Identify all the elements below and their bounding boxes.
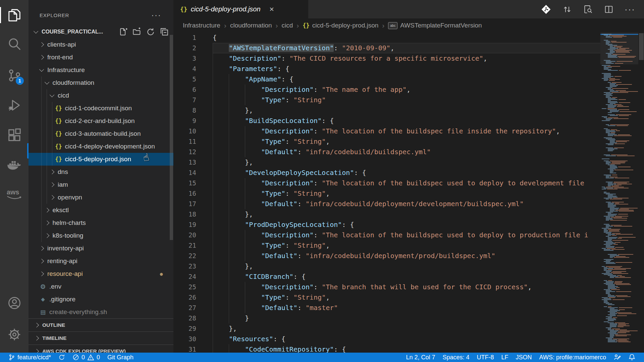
- git-graph-button[interactable]: Git Graph: [104, 353, 137, 362]
- code-line-8[interactable]: 8 },: [173, 105, 600, 116]
- sidebar-more-actions[interactable]: ···: [151, 13, 161, 17]
- code-line-21[interactable]: 21 "Type": "String",: [173, 240, 600, 251]
- settings-gear-icon[interactable]: [0, 324, 29, 345]
- extensions-icon[interactable]: [0, 125, 29, 146]
- panel-outline[interactable]: OUTLINE: [29, 318, 173, 331]
- search-editor-icon[interactable]: [583, 4, 593, 14]
- code-line-14[interactable]: 14 "DevelopDeploySpecLocation": {: [173, 168, 600, 178]
- aws-icon[interactable]: aws: [0, 184, 29, 205]
- feedback-icon[interactable]: [610, 353, 625, 362]
- breadcrumb-item[interactable]: Infrastructure: [183, 22, 220, 29]
- code-line-22[interactable]: 22 "Default": "infra/codebuild/deploymen…: [173, 251, 600, 261]
- workspace-section-header[interactable]: COURSE_PRACTICAL...: [29, 25, 173, 38]
- tree-item-openvpn[interactable]: openvpn: [29, 191, 173, 204]
- tree-item-cicd[interactable]: cicd: [29, 89, 173, 102]
- indent-guide: [213, 313, 213, 323]
- code-line-23[interactable]: 23 },: [173, 261, 600, 272]
- accounts-icon[interactable]: [0, 292, 29, 314]
- sidebar-scrollbar[interactable]: [170, 35, 173, 240]
- more-actions-icon[interactable]: ···: [625, 7, 635, 11]
- tree-item-front-end[interactable]: front-end: [29, 51, 173, 64]
- code-line-20[interactable]: 20 "Description": "The location of the b…: [173, 230, 600, 240]
- code-line-30[interactable]: 30 "Resources": {: [173, 334, 600, 344]
- code-line-19[interactable]: 19 "ProdDeploySpecLocation": {: [173, 220, 600, 230]
- source-control-icon[interactable]: 1: [0, 65, 29, 86]
- code-line-3[interactable]: 3 "Description": "The CICD resources for…: [173, 53, 600, 64]
- tree-item--env[interactable]: ⚙.env: [29, 280, 173, 293]
- code-line-25[interactable]: 25 "Description": "The branch that will …: [173, 282, 600, 292]
- new-folder-icon[interactable]: [132, 27, 141, 36]
- panel-timeline[interactable]: TIMELINE: [29, 331, 173, 345]
- tab-cicd-5-deploy-prod[interactable]: {} cicd-5-deploy-prod.json ✕: [173, 0, 308, 18]
- tree-item-dns[interactable]: dns: [29, 166, 173, 178]
- eol-sequence[interactable]: LF: [498, 353, 512, 362]
- code-line-6[interactable]: 6 "Description": "The name of the app",: [173, 84, 600, 95]
- code-line-31[interactable]: 31 "CodeCommitRepository": {: [173, 344, 600, 353]
- code-line-17[interactable]: 17 "Default": "infra/codebuild/deploymen…: [173, 199, 600, 209]
- git-graph-icon[interactable]: [541, 4, 551, 15]
- code-line-28[interactable]: 28 }: [173, 313, 600, 323]
- docker-icon[interactable]: [0, 154, 29, 176]
- tree-item-eksctl[interactable]: eksctl: [29, 204, 173, 217]
- code-line-12[interactable]: 12 "Default": "infra/codebuild/buildspec…: [173, 147, 600, 157]
- code-line-15[interactable]: 15 "Description": "The location of the b…: [173, 178, 600, 188]
- code-line-16[interactable]: 16 "Type": "String",: [173, 188, 600, 199]
- tree-item-infrastructure[interactable]: Infrastructure: [29, 64, 173, 76]
- tree-item-inventory-api[interactable]: inventory-api: [29, 242, 173, 255]
- tree-item-cicd-4-deploy-development-json[interactable]: {}cicd-4-deploy-development.json: [29, 140, 173, 153]
- breadcrumb-item[interactable]: cicd: [282, 22, 293, 29]
- compare-changes-icon[interactable]: [562, 4, 572, 14]
- language-mode[interactable]: JSON: [512, 353, 536, 362]
- code-editor[interactable]: 1{2 "AWSTemplateFormatVersion": "2010-09…: [173, 33, 644, 353]
- explorer-icon[interactable]: [0, 4, 29, 26]
- panel-aws-cdk-explorer-preview-[interactable]: AWS CDK EXPLORER (PREVIEW): [29, 345, 173, 353]
- tree-item-cloudformation[interactable]: cloudformation: [29, 76, 173, 89]
- refresh-icon[interactable]: [146, 27, 155, 36]
- tree-item-cicd-2-ecr-and-build-json[interactable]: {}cicd-2-ecr-and-build.json: [29, 115, 173, 127]
- collapse-all-icon[interactable]: [160, 27, 169, 36]
- code-line-26[interactable]: 26 "Type": "String",: [173, 292, 600, 303]
- code-line-27[interactable]: 27 "Default": "master": [173, 303, 600, 313]
- code-line-10[interactable]: 10 "Description": "The location of the b…: [173, 126, 600, 136]
- breadcrumb-item[interactable]: {}cicd-5-deploy-prod.json: [303, 22, 378, 29]
- code-line-5[interactable]: 5 "AppName": {: [173, 74, 600, 84]
- aws-profile[interactable]: AWS: profile:mariomerco: [536, 353, 610, 362]
- tree-item-k8s-tooling[interactable]: k8s-tooling: [29, 229, 173, 242]
- search-icon[interactable]: [0, 33, 29, 55]
- git-branch-status[interactable]: feature/cicd*: [5, 353, 55, 362]
- code-line-13[interactable]: 13 },: [173, 157, 600, 168]
- notifications-bell-icon[interactable]: [625, 353, 639, 362]
- code-line-11[interactable]: 11 "Type": "String",: [173, 136, 600, 147]
- new-file-icon[interactable]: [119, 27, 127, 36]
- tree-item-cicd-5-deploy-prod-json[interactable]: {}cicd-5-deploy-prod.json: [29, 153, 173, 166]
- minimap[interactable]: [600, 33, 638, 353]
- indentation[interactable]: Spaces: 4: [439, 353, 473, 362]
- tree-item-clients-api[interactable]: clients-api: [29, 38, 173, 51]
- code-line-4[interactable]: 4 "Parameters": {: [173, 64, 600, 74]
- tree-item--gitignore[interactable]: ◆.gitignore: [29, 293, 173, 306]
- code-line-24[interactable]: 24 "CICDBranch": {: [173, 272, 600, 282]
- code-line-18[interactable]: 18 },: [173, 209, 600, 220]
- code-line-2[interactable]: 2 "AWSTemplateFormatVersion": "2010-09-0…: [173, 43, 600, 53]
- sync-status[interactable]: [55, 353, 69, 362]
- cursor-position[interactable]: Ln 2, Col 7: [402, 353, 439, 362]
- tree-item-cicd-3-automatic-build-json[interactable]: {}cicd-3-automatic-build.json: [29, 127, 173, 140]
- tree-item-iam[interactable]: iam: [29, 178, 173, 191]
- run-and-debug-icon[interactable]: [0, 95, 29, 116]
- tab-close-icon[interactable]: ✕: [269, 6, 274, 13]
- problems-status[interactable]: 0 0: [69, 353, 104, 362]
- tree-item-resource-api[interactable]: resource-api●: [29, 267, 173, 280]
- split-editor-icon[interactable]: [604, 4, 614, 14]
- tree-item-helm-charts[interactable]: helm-charts: [29, 217, 173, 229]
- code-line-9[interactable]: 9 "BuildSpecLocation": {: [173, 116, 600, 126]
- tree-item-create-everything-sh[interactable]: ▤create-everything.sh: [29, 306, 173, 318]
- code-line-29[interactable]: 29 },: [173, 323, 600, 334]
- tree-item-cicd-1-codecommit-json[interactable]: {}cicd-1-codecommit.json: [29, 102, 173, 115]
- code-line-1[interactable]: 1{: [173, 33, 600, 43]
- code-line-7[interactable]: 7 "Type": "String": [173, 95, 600, 105]
- breadcrumb-item[interactable]: abcAWSTemplateFormatVersion: [388, 22, 482, 29]
- encoding[interactable]: UTF-8: [473, 353, 498, 362]
- breadcrumb-item[interactable]: cloudformation: [230, 22, 272, 29]
- tree-item-renting-api[interactable]: renting-api: [29, 255, 173, 267]
- editor-scrollbar-thumb[interactable]: [639, 33, 644, 60]
